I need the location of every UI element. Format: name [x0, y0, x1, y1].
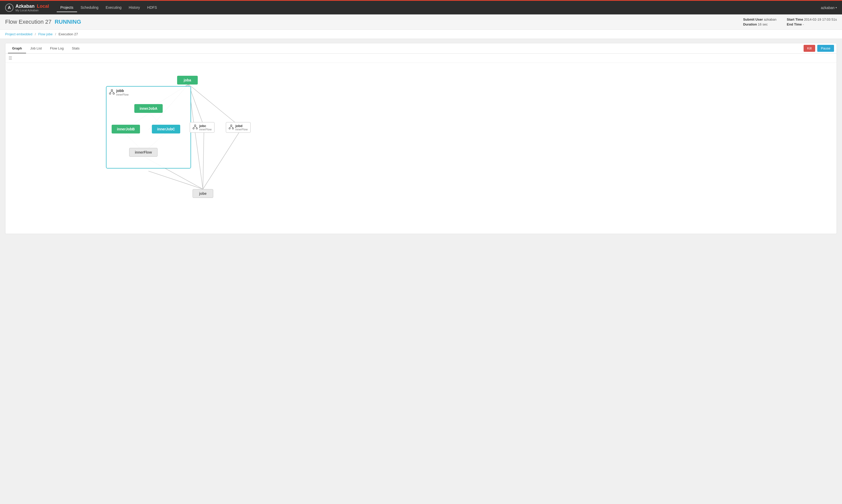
- svg-line-17: [112, 91, 114, 93]
- node-joba[interactable]: joba: [177, 76, 198, 85]
- node-label-innerFlow: innerFlow: [135, 150, 152, 154]
- svg-point-13: [111, 89, 113, 91]
- duration-label: Duration: [743, 22, 757, 26]
- svg-point-19: [193, 128, 194, 129]
- nav-scheduling[interactable]: Scheduling: [77, 3, 102, 12]
- tab-stats[interactable]: Stats: [68, 44, 84, 53]
- breadcrumb-execution-value: 27: [74, 32, 78, 36]
- nav-projects[interactable]: Projects: [57, 3, 77, 12]
- jobc-icon: [193, 124, 198, 131]
- start-time-value: 2014-02-19 17:03 51s: [804, 18, 837, 21]
- breadcrumb-flow-value: jobe: [47, 32, 53, 36]
- duration-item: Duration 16 sec: [743, 22, 776, 26]
- nav-history[interactable]: History: [125, 3, 144, 12]
- end-time-item: End Time -: [787, 22, 837, 26]
- svg-point-24: [229, 128, 230, 129]
- svg-line-11: [203, 131, 240, 189]
- node-label-innerJobC: innerJobC: [157, 127, 175, 131]
- header-section: Flow Execution 27 RUNNING Submit User az…: [0, 14, 842, 30]
- navbar: A Azkaban Local My Local Azkaban Project…: [0, 0, 842, 14]
- start-time-item: Start Time 2014-02-19 17:03 51s: [787, 18, 837, 21]
- tabs-left: Graph Job List Flow Log Stats: [8, 44, 84, 53]
- subflow-icon-jobb: [109, 89, 115, 96]
- brand-name: Azkaban: [16, 4, 35, 9]
- jobd-sub: innerFlow: [235, 128, 248, 131]
- graph-toolbar: ☰: [5, 54, 837, 63]
- submit-user-value: azkaban: [764, 18, 776, 21]
- user-chevron-icon: ▾: [836, 6, 837, 9]
- svg-line-10: [203, 131, 204, 189]
- graph-canvas: jobb innerFlow innerJobA innerJobB inner…: [5, 63, 837, 233]
- meta-times: Start Time 2014-02-19 17:03 51s End Time…: [787, 18, 837, 26]
- start-time-label: Start Time: [787, 18, 803, 21]
- flow-title: Flow Execution 27 RUNNING: [5, 19, 81, 25]
- duration-value: 16 sec: [758, 22, 768, 26]
- brand-icon: A: [5, 4, 13, 12]
- breadcrumb-execution: Execution 27: [58, 32, 78, 36]
- main-content: Graph Job List Flow Log Stats Kill Pause…: [0, 39, 842, 238]
- node-jobc[interactable]: jobc innerFlow: [190, 122, 214, 133]
- jobc-name: jobc: [199, 124, 212, 128]
- kill-button[interactable]: Kill: [804, 45, 815, 52]
- end-time-label: End Time: [787, 22, 802, 26]
- submit-user-item: Submit User azkaban: [743, 18, 776, 21]
- tabs-right: Kill Pause: [804, 43, 834, 53]
- breadcrumb-sep1: /: [35, 32, 36, 36]
- svg-point-25: [232, 128, 233, 129]
- end-time-value: -: [803, 22, 804, 26]
- nav-links: Projects Scheduling Executing History HD…: [57, 3, 821, 12]
- breadcrumb-execution-label: Execution: [58, 32, 73, 36]
- subflow-subtitle-jobb: innerFlow: [116, 93, 129, 96]
- pause-button[interactable]: Pause: [817, 45, 834, 52]
- svg-point-14: [109, 93, 111, 94]
- node-label-innerJobB: innerJobB: [117, 127, 135, 131]
- tabs-bar: Graph Job List Flow Log Stats Kill Pause: [5, 43, 837, 54]
- jobd-text: jobd innerFlow: [235, 124, 248, 131]
- brand-local: Local: [37, 4, 49, 9]
- breadcrumb: Project embedded / Flow jobe / Execution…: [0, 30, 842, 39]
- svg-line-16: [110, 91, 112, 93]
- svg-line-12: [148, 171, 203, 189]
- node-label-joba: joba: [184, 78, 191, 82]
- meta-submit-duration: Submit User azkaban Duration 16 sec: [743, 18, 776, 26]
- tab-flow-log[interactable]: Flow Log: [46, 44, 68, 53]
- breadcrumb-project-value: embedded: [17, 32, 32, 36]
- jobd-icon: [229, 124, 234, 131]
- svg-line-21: [194, 126, 195, 128]
- flow-title-text: Flow Execution 27: [5, 19, 52, 25]
- breadcrumb-project-link[interactable]: Project embedded: [5, 32, 33, 36]
- svg-line-26: [230, 126, 231, 128]
- user-section[interactable]: azkaban ▾: [821, 6, 837, 10]
- nav-hdfs[interactable]: HDFS: [144, 3, 161, 12]
- breadcrumb-flow-link[interactable]: Flow jobe: [38, 32, 53, 36]
- subflow-title-jobb: jobb: [116, 89, 129, 93]
- jobc-sub: innerFlow: [199, 128, 212, 131]
- username: azkaban: [821, 6, 835, 10]
- nav-executing[interactable]: Executing: [102, 3, 125, 12]
- breadcrumb-project-label: Project: [5, 32, 16, 36]
- jobd-name: jobd: [235, 124, 248, 128]
- svg-line-3: [189, 84, 240, 127]
- svg-line-27: [231, 126, 233, 128]
- node-label-jobe: jobe: [199, 192, 207, 196]
- tab-graph[interactable]: Graph: [8, 44, 26, 53]
- node-jobd[interactable]: jobd innerFlow: [226, 122, 250, 133]
- subflow-header-jobb: jobb innerFlow: [109, 89, 129, 96]
- svg-line-22: [195, 126, 197, 128]
- breadcrumb-sep2: /: [55, 32, 56, 36]
- node-innerFlow[interactable]: innerFlow: [129, 148, 158, 157]
- node-innerJobC[interactable]: innerJobC: [152, 125, 180, 133]
- brand-subtitle: My Local Azkaban: [16, 9, 49, 12]
- svg-point-18: [194, 124, 196, 126]
- graph-area: ☰: [5, 54, 837, 234]
- node-jobe[interactable]: jobe: [193, 189, 213, 198]
- list-icon: ☰: [8, 56, 12, 60]
- brand: A Azkaban Local My Local Azkaban: [5, 4, 49, 12]
- breadcrumb-flow-label: Flow: [38, 32, 45, 36]
- node-innerJobA[interactable]: innerJobA: [134, 104, 163, 113]
- tab-job-list[interactable]: Job List: [26, 44, 46, 53]
- node-innerJobB[interactable]: innerJobB: [112, 125, 140, 133]
- running-badge: RUNNING: [55, 19, 81, 25]
- submit-user-label: Submit User: [743, 18, 763, 21]
- jobc-text: jobc innerFlow: [199, 124, 212, 131]
